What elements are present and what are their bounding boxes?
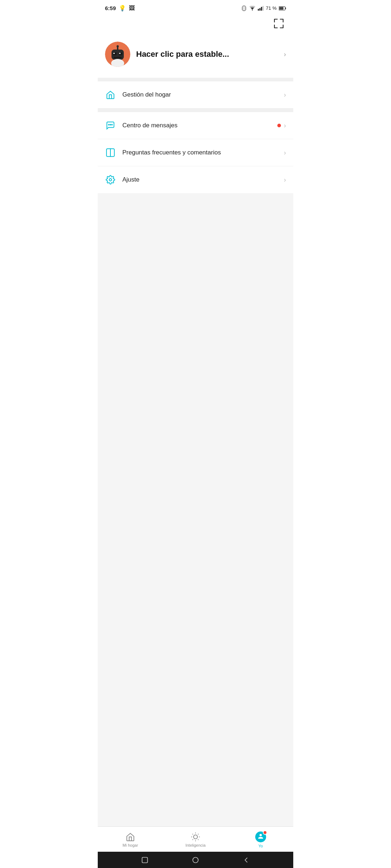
nav-item-mi-hogar[interactable]: Mi hogar [98, 832, 163, 847]
svg-rect-14 [279, 7, 283, 10]
vibrate-icon [241, 5, 247, 11]
menu-item-settings[interactable]: Ajuste › [98, 166, 293, 193]
battery-percent: 71 % [266, 5, 277, 11]
wifi-icon [249, 6, 256, 11]
section-divider-2 [98, 109, 293, 112]
svg-point-28 [110, 124, 111, 125]
menu-item-right-settings: › [284, 176, 286, 184]
nav-item-inteligencia[interactable]: Inteligencia [163, 832, 228, 847]
bulb-icon: 💡 [119, 5, 126, 12]
svg-point-29 [112, 124, 112, 125]
menu-label-message-center: Centro de mensajes [122, 122, 277, 129]
square-icon [141, 856, 148, 864]
menu-item-right-home: › [284, 91, 286, 99]
svg-point-41 [193, 857, 198, 863]
nav-label-inteligencia: Inteligencia [185, 843, 206, 847]
svg-point-7 [252, 10, 253, 10]
svg-rect-20 [113, 53, 115, 54]
menu-item-faq[interactable]: Preguntas frecuentes y comentarios › [98, 139, 293, 166]
system-nav-bar [98, 852, 293, 868]
svg-rect-40 [142, 857, 148, 863]
svg-rect-0 [243, 6, 245, 10]
svg-point-23 [117, 45, 119, 47]
nav-label-mi-hogar: Mi hogar [123, 843, 138, 847]
signal-icon [258, 6, 264, 11]
menu-label-home-management: Gestión del hogar [122, 91, 284, 98]
nav-sun-icon [191, 832, 200, 842]
menu-item-message-center[interactable]: Centro de mensajes › [98, 112, 293, 139]
top-action-bar [98, 14, 293, 34]
svg-rect-21 [119, 53, 121, 54]
avatar [105, 42, 130, 67]
chevron-faq-icon: › [284, 149, 286, 157]
svg-rect-26 [116, 60, 119, 63]
svg-line-34 [193, 834, 193, 834]
menu-item-right-messages: › [277, 122, 286, 129]
notification-dot [277, 124, 281, 127]
svg-line-39 [198, 834, 199, 834]
svg-rect-8 [258, 9, 259, 10]
circle-icon [192, 856, 199, 864]
status-bar: 6:59 💡 🖼 71 % [98, 0, 293, 14]
status-right: 71 % [241, 5, 286, 11]
chevron-message-icon: › [284, 122, 286, 129]
menu-item-home-management[interactable]: Gestión del hogar › [98, 81, 293, 109]
svg-line-35 [198, 839, 199, 840]
nav-home-icon [126, 832, 135, 842]
bottom-navigation: Mi hogar Inteligencia Yo [98, 826, 293, 852]
nav-avatar [255, 831, 266, 842]
profile-title: Hacer clic para estable... [136, 50, 278, 59]
status-left: 6:59 💡 🖼 [105, 5, 135, 12]
section-divider-1 [98, 78, 293, 81]
home-icon [105, 89, 116, 100]
nav-label-yo: Yo [258, 844, 263, 848]
scan-button[interactable] [272, 16, 286, 31]
nav-person-icon [257, 833, 264, 841]
chevron-home-icon: › [284, 91, 286, 99]
nav-back-button[interactable] [242, 856, 251, 864]
menu-label-faq: Preguntas frecuentes y comentarios [122, 149, 284, 156]
svg-point-30 [109, 179, 112, 181]
svg-rect-13 [285, 7, 286, 9]
svg-rect-11 [263, 6, 264, 10]
scan-icon [274, 18, 284, 29]
svg-line-38 [193, 839, 193, 840]
chevron-settings-icon: › [284, 176, 286, 184]
svg-rect-24 [114, 57, 122, 58]
robot-avatar-svg [105, 42, 130, 67]
menu-item-right-faq: › [284, 149, 286, 157]
message-icon [105, 120, 116, 131]
settings-icon [105, 174, 116, 185]
nav-circle-button[interactable] [191, 856, 200, 864]
battery-icon [279, 6, 286, 10]
nav-square-button[interactable] [140, 856, 149, 864]
svg-rect-10 [261, 7, 262, 10]
time-display: 6:59 [105, 5, 116, 11]
nav-badge [263, 830, 267, 835]
svg-rect-9 [260, 8, 261, 10]
image-icon: 🖼 [129, 5, 135, 12]
triangle-back-icon [243, 856, 250, 864]
profile-chevron-icon: › [284, 51, 286, 58]
menu-section: Gestión del hogar › Centro de mensajes › [98, 81, 293, 193]
nav-item-yo[interactable]: Yo [228, 831, 293, 848]
gray-content-area [98, 193, 293, 826]
svg-point-31 [194, 835, 198, 839]
svg-point-27 [109, 124, 109, 125]
book-icon [105, 147, 116, 158]
profile-header[interactable]: Hacer clic para estable... › [98, 34, 293, 78]
menu-label-settings: Ajuste [122, 176, 284, 183]
